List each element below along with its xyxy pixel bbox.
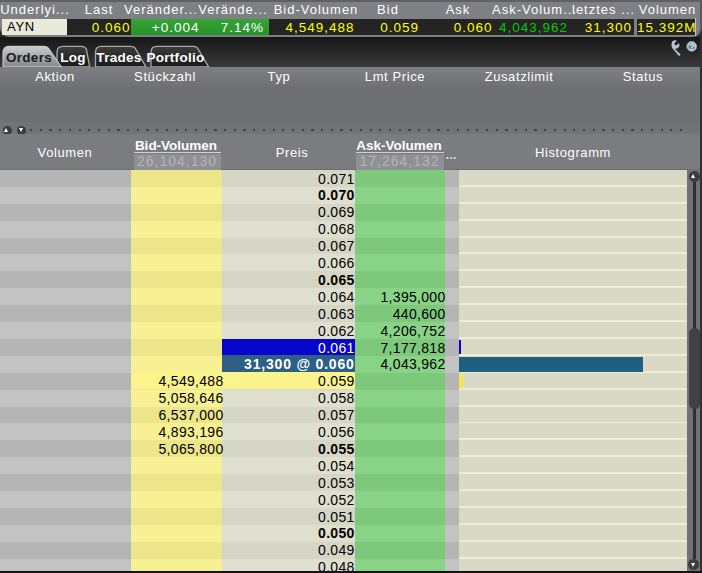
svg-text:?: ? [689,42,695,52]
svg-text:Orders: Orders [6,50,52,65]
svg-text:Log: Log [60,50,86,65]
svg-text:Trades: Trades [96,50,141,65]
svg-text:Portfolio: Portfolio [146,50,204,65]
